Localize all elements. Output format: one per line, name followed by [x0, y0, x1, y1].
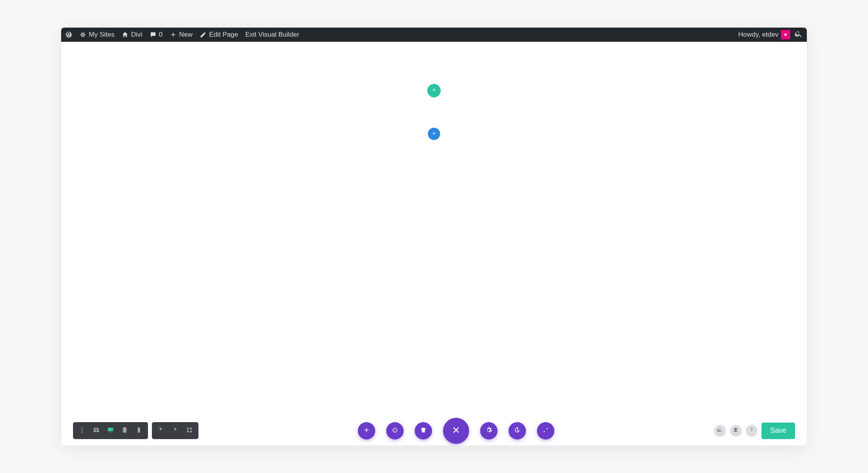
avatar-icon: ✶	[781, 30, 790, 39]
svg-rect-7	[138, 427, 140, 433]
pencil-icon	[200, 31, 207, 38]
close-icon	[452, 426, 460, 436]
comment-icon	[150, 31, 157, 38]
cursor-select-icon	[157, 426, 165, 435]
history-button[interactable]	[509, 422, 526, 439]
dock-left	[73, 422, 198, 439]
view-group	[73, 422, 148, 439]
dock-right: Save	[714, 423, 795, 439]
cursor-click-icon	[172, 426, 179, 435]
tablet-view-button[interactable]	[119, 425, 131, 437]
site-link[interactable]: Divi	[122, 31, 142, 39]
sites-icon	[79, 31, 86, 38]
portability-button[interactable]	[537, 422, 554, 439]
edit-page-label: Edit Page	[209, 31, 238, 39]
exit-builder-link[interactable]: Exit Visual Builder	[245, 31, 299, 39]
history-icon	[514, 426, 521, 435]
page-settings-button[interactable]	[480, 422, 498, 439]
howdy-link[interactable]: Howdy, etdev ✶	[738, 30, 790, 39]
save-library-button[interactable]	[386, 422, 404, 439]
edit-page-link[interactable]: Edit Page	[200, 31, 238, 39]
comments-count: 0	[159, 31, 163, 39]
grid-mode-button[interactable]	[183, 425, 195, 437]
sliders-icon	[542, 426, 549, 435]
more-vertical-icon	[79, 426, 86, 435]
wireframe-icon	[93, 426, 100, 435]
desktop-view-button[interactable]	[105, 425, 116, 437]
more-views-button[interactable]	[76, 425, 88, 437]
clear-layout-button[interactable]	[415, 422, 432, 439]
new-label: New	[179, 31, 193, 39]
home-icon	[122, 31, 129, 38]
hover-mode-button[interactable]	[169, 425, 181, 437]
help-icon	[748, 427, 754, 434]
howdy-label: Howdy, etdev	[738, 31, 778, 39]
wireframe-button[interactable]	[90, 425, 102, 437]
desktop-icon	[107, 426, 114, 435]
toggle-settings-button[interactable]	[443, 418, 469, 444]
comments-link[interactable]: 0	[150, 31, 163, 39]
admin-search-button[interactable]	[794, 30, 803, 40]
add-row-button[interactable]	[427, 84, 441, 97]
trash-icon	[420, 426, 427, 435]
wordpress-icon	[65, 31, 72, 38]
phone-icon	[135, 426, 142, 435]
layers-button[interactable]	[730, 425, 742, 437]
svg-point-3	[82, 427, 83, 428]
svg-point-4	[82, 429, 83, 430]
gear-icon	[485, 426, 492, 435]
grid-icon	[186, 426, 193, 435]
app-frame: My Sites Divi 0 New	[61, 28, 807, 445]
power-icon	[391, 426, 398, 435]
plus-icon	[432, 130, 437, 138]
dock-center	[198, 418, 714, 444]
my-sites-label: My Sites	[89, 31, 114, 39]
layers-icon	[733, 427, 739, 434]
plus-icon	[431, 87, 437, 94]
bottom-dock: Save	[61, 416, 807, 445]
tablet-icon	[121, 426, 128, 435]
save-button[interactable]: Save	[761, 423, 795, 439]
save-label: Save	[770, 426, 786, 435]
mode-group	[152, 422, 198, 439]
wp-logo[interactable]	[65, 31, 72, 38]
new-content-link[interactable]: New	[170, 31, 193, 39]
add-module-button[interactable]	[358, 422, 375, 439]
add-section-button[interactable]	[428, 128, 440, 140]
svg-point-5	[82, 431, 83, 432]
search-icon	[717, 427, 723, 434]
builder-canvas[interactable]	[61, 42, 807, 445]
svg-point-8	[751, 431, 752, 432]
search-icon	[794, 30, 803, 40]
exit-builder-label: Exit Visual Builder	[245, 31, 299, 39]
site-name-label: Divi	[131, 31, 142, 39]
phone-view-button[interactable]	[133, 425, 145, 437]
help-button[interactable]	[746, 425, 758, 437]
zoom-button[interactable]	[714, 425, 726, 437]
admin-bar: My Sites Divi 0 New	[61, 28, 807, 42]
plus-icon	[170, 31, 177, 38]
click-mode-button[interactable]	[155, 425, 167, 437]
plus-icon	[363, 426, 370, 435]
svg-rect-6	[123, 427, 127, 433]
my-sites-link[interactable]: My Sites	[79, 31, 114, 39]
